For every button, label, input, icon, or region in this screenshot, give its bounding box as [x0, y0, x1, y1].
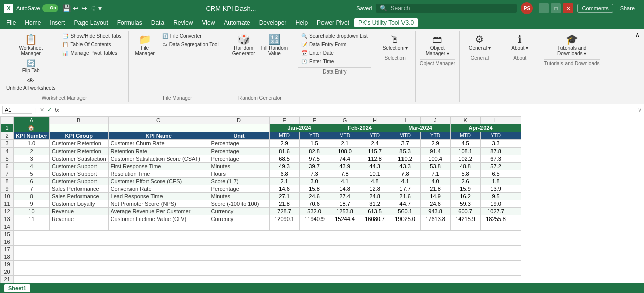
mar-mtd-9[interactable]: 44.7 [390, 200, 420, 207]
row-header-21[interactable]: 21 [1, 275, 14, 283]
kpi-name-8[interactable]: Lead Response Time [108, 192, 209, 200]
r1-c[interactable] [108, 124, 209, 132]
mar-mtd-3[interactable]: 110.2 [390, 155, 420, 162]
kpi-name-1[interactable]: Customer Churn Rate [108, 139, 209, 147]
col-D[interactable]: D [209, 116, 269, 124]
kpi-num-6[interactable]: 6 [14, 177, 50, 185]
jan-mtd-5[interactable]: 6.8 [269, 170, 299, 177]
kpi-group-3[interactable]: Customer Satisfaction [49, 155, 108, 162]
mar-mtd-1[interactable]: 3.7 [390, 139, 420, 147]
apr-ytd-7[interactable]: 13.9 [480, 185, 511, 192]
mar-mtd-7[interactable]: 17.7 [390, 185, 420, 192]
feb-mtd-11[interactable]: 15244.4 [330, 215, 360, 223]
feb-mtd-3[interactable]: 74.4 [330, 155, 360, 162]
jan-ytd-3[interactable]: 97.5 [299, 155, 330, 162]
kpi-num-2[interactable]: 2 [14, 147, 50, 155]
kpi-unit-9[interactable]: Score (-100 to 100) [209, 200, 269, 207]
enter-date-button[interactable]: 📅 Enter Date [298, 49, 371, 57]
empty-21[interactable] [14, 275, 521, 283]
kpi-num-4[interactable]: 4 [14, 162, 50, 170]
row-header-7[interactable]: 7 [1, 170, 14, 177]
row-header-20[interactable]: 20 [1, 268, 14, 275]
feb-mtd-4[interactable]: 43.9 [330, 162, 360, 170]
undo-icon[interactable]: ↩ [73, 4, 79, 12]
feb-ytd-7[interactable]: 12.8 [360, 185, 390, 192]
flip-tab-button[interactable]: 🔄 Flip Tab [4, 58, 57, 75]
jan-mtd-8[interactable]: 27.1 [269, 192, 299, 200]
kpi-group-7[interactable]: Sales Performance [49, 185, 108, 192]
r1-d[interactable] [209, 124, 269, 132]
row-header-10[interactable]: 10 [1, 192, 14, 200]
empty-14-l[interactable] [480, 223, 511, 230]
mar-mtd-8[interactable]: 21.6 [390, 192, 420, 200]
menu-power-pivot[interactable]: Power Pivot [313, 18, 353, 27]
jan-mtd-3[interactable]: 68.5 [269, 155, 299, 162]
jan-mtd-6[interactable]: 2.1 [269, 177, 299, 185]
apr-ytd-9[interactable]: 19.0 [480, 200, 511, 207]
formula-fx-icon[interactable]: fx [55, 107, 59, 113]
menu-insert[interactable]: Insert [46, 18, 69, 27]
apr-mtd-2[interactable]: 108.1 [450, 147, 480, 155]
apr-ytd-4[interactable]: 57.2 [480, 162, 511, 170]
kpi-name-5[interactable]: Resolution Time [108, 170, 209, 177]
menu-review[interactable]: Review [169, 18, 197, 27]
jan-ytd-11[interactable]: 11940.9 [299, 215, 330, 223]
menu-formulas[interactable]: Formulas [113, 18, 146, 27]
apr-ytd-1[interactable]: 3.3 [480, 139, 511, 147]
kpi-name-3[interactable]: Customer Satisfaction Score (CSAT) [108, 155, 209, 162]
general-button[interactable]: ⚙ General ▾ [467, 32, 493, 52]
col-K[interactable]: K [450, 116, 480, 124]
row-header-12[interactable]: 12 [1, 207, 14, 215]
about-button[interactable]: ℹ About ▾ [509, 32, 531, 52]
menu-file[interactable]: File [2, 18, 20, 27]
row-header-3[interactable]: 3 [1, 139, 14, 147]
mar-ytd-2[interactable]: 91.4 [420, 147, 450, 155]
kpi-name-6[interactable]: Customer Effort Score (CES) [108, 177, 209, 185]
feb-ytd-3[interactable]: 112.8 [360, 155, 390, 162]
kpi-num-8[interactable]: 8 [14, 192, 50, 200]
object-manager-button[interactable]: 🗃 ObjectManager ▾ [424, 32, 451, 57]
apr-mtd-1[interactable]: 4.5 [450, 139, 480, 147]
row-header-8[interactable]: 8 [1, 177, 14, 185]
jan-ytd-2[interactable]: 82.8 [299, 147, 330, 155]
row-header-4[interactable]: 4 [1, 147, 14, 155]
formula-input[interactable] [61, 107, 636, 113]
apr-ytd-6[interactable]: 1.8 [480, 177, 511, 185]
kpi-group-8[interactable]: Sales Performance [49, 192, 108, 200]
empty-15[interactable] [14, 230, 521, 238]
col-L[interactable]: L [480, 116, 511, 124]
mar-ytd-3[interactable]: 100.4 [420, 155, 450, 162]
col-I[interactable]: I [390, 116, 420, 124]
fill-random-button[interactable]: 🔢 Fill RandomValue [259, 32, 290, 57]
apr-ytd-2[interactable]: 87.8 [480, 147, 511, 155]
print-icon[interactable]: 🖨 [89, 4, 96, 12]
unhide-worksheets-button[interactable]: 👁 Unhide All worksheets [4, 76, 57, 92]
mar-mtd-11[interactable]: 19025.0 [390, 215, 420, 223]
r1-b[interactable] [49, 124, 108, 132]
empty-14-f[interactable] [299, 223, 330, 230]
comments-button[interactable]: Comments [577, 4, 613, 13]
empty-14-c[interactable] [108, 223, 209, 230]
mar-ytd-7[interactable]: 21.8 [420, 185, 450, 192]
redo-icon[interactable]: ↪ [81, 4, 87, 12]
jan-ytd-7[interactable]: 15.8 [299, 185, 330, 192]
apr-ytd-10[interactable]: 1027.7 [480, 207, 511, 215]
row-header-16[interactable]: 16 [1, 238, 14, 245]
kpi-group-11[interactable]: Revenue [49, 215, 108, 223]
jan-mtd-7[interactable]: 14.6 [269, 185, 299, 192]
menu-automate[interactable]: Automate [220, 18, 254, 27]
manage-pivot-button[interactable]: 📊 Manage Pivot Tables [59, 49, 124, 57]
kpi-name-4[interactable]: First Response Time [108, 162, 209, 170]
feb-mtd-5[interactable]: 7.8 [330, 170, 360, 177]
tutorials-button[interactable]: 🎓 Tutorials andDownloads ▾ [555, 32, 588, 57]
menu-developer[interactable]: Developer [255, 18, 291, 27]
cell-reference-input[interactable] [2, 106, 32, 114]
kpi-unit-11[interactable]: Currency [209, 215, 269, 223]
formula-expand-icon[interactable]: ∨ [638, 107, 642, 113]
col-M[interactable] [511, 116, 521, 124]
save-icon[interactable]: 💾 [62, 4, 71, 12]
kpi-unit-2[interactable]: Percentage [209, 147, 269, 155]
kpi-unit-5[interactable]: Hours [209, 170, 269, 177]
menu-data[interactable]: Data [147, 18, 168, 27]
menu-pk-utility[interactable]: PK's Utility Tool V3.0 [354, 18, 418, 27]
